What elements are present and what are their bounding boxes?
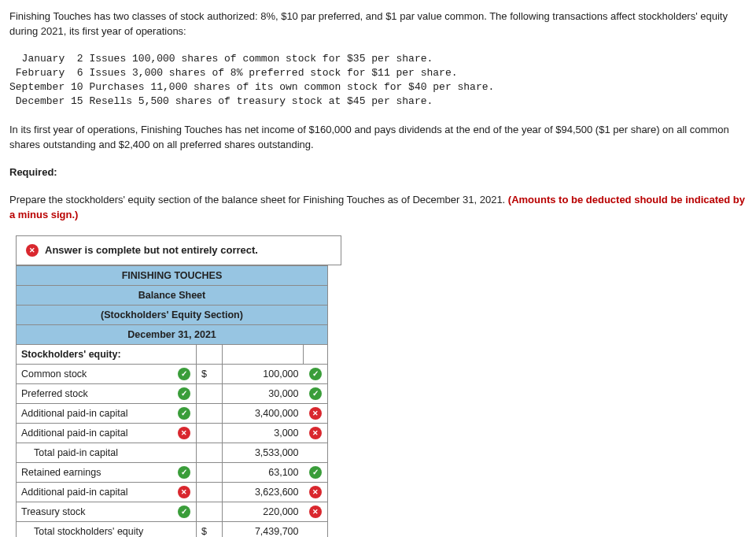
row-amount[interactable]: 220,000 [223,502,304,521]
x-icon [178,427,190,439]
intro-paragraph-2: In its first year of operations, Finishi… [9,123,747,153]
row-amount[interactable]: 3,400,000 [223,403,304,423]
check-icon [309,368,322,380]
row-amount[interactable]: 3,623,600 [223,482,304,502]
x-icon [178,486,190,498]
x-icon [309,407,322,420]
intro-paragraph-1: Finishing Touches has two classes of sto… [9,9,747,39]
row-currency-prefix: $ [197,364,223,383]
row-amount-status-icon [304,462,328,482]
balance-sheet-table: FINISHING TOUCHES Balance Sheet (Stockho… [16,265,328,537]
row-amount-status-icon [304,383,328,403]
row-amount[interactable]: 7,439,700 [223,521,304,537]
row-currency-prefix [197,423,223,443]
row-amount[interactable]: 3,533,000 [223,443,304,462]
row-label[interactable]: Retained earnings [17,462,173,482]
row-label-status-icon [172,403,197,423]
row-currency-prefix [197,383,223,403]
check-icon [178,368,190,380]
row-currency-prefix [197,403,223,423]
empty-cell [197,344,223,364]
check-icon [309,387,322,400]
x-icon [309,506,322,518]
section-label: Stockholders' equity: [17,344,197,364]
row-currency-prefix [197,502,223,521]
row-amount-status-icon [304,364,328,383]
row-label[interactable]: Additional paid-in capital [17,423,173,443]
row-label[interactable]: Additional paid-in capital [17,403,173,423]
sheet-header-company: FINISHING TOUCHES [17,265,328,285]
row-label[interactable]: Additional paid-in capital [17,482,173,502]
answer-banner-text: Answer is complete but not entirely corr… [45,244,258,256]
check-icon [309,466,322,479]
row-amount-status-icon [304,443,328,462]
row-amount-status-icon [304,403,328,423]
row-currency-prefix [197,482,223,502]
incorrect-icon [26,244,39,257]
x-icon [309,486,322,498]
row-label-status-icon [172,364,197,383]
check-icon [178,506,190,518]
row-currency-prefix: $ [197,521,223,537]
transactions-preformatted: January 2 Issues 100,000 shares of commo… [9,52,747,109]
answer-status-banner: Answer is complete but not entirely corr… [16,235,341,265]
row-currency-prefix [197,462,223,482]
row-amount[interactable]: 3,000 [223,423,304,443]
row-label-status-icon [172,383,197,403]
required-text-a: Prepare the stockholders' equity section… [9,194,508,206]
check-icon [178,387,190,400]
row-label[interactable]: Common stock [17,364,173,383]
check-icon [178,466,190,479]
row-label-status-icon [172,462,197,482]
empty-cell [223,344,304,364]
row-amount-status-icon [304,502,328,521]
required-paragraph: Prepare the stockholders' equity section… [9,193,747,223]
empty-cell [304,344,328,364]
row-label-status-icon [172,423,197,443]
row-label[interactable]: Treasury stock [17,502,173,521]
row-amount[interactable]: 100,000 [223,364,304,383]
row-currency-prefix [197,443,223,462]
row-label[interactable]: Preferred stock [17,383,173,403]
sheet-header-section: (Stockholders' Equity Section) [17,305,328,324]
row-label[interactable]: Total paid-in capital [17,443,173,462]
row-label-status-icon [172,482,197,502]
sheet-header-date: December 31, 2021 [17,324,328,344]
row-amount-status-icon [304,423,328,443]
sheet-header-title: Balance Sheet [17,285,328,305]
row-label-status-icon [172,443,197,462]
row-label-status-icon [172,502,197,521]
required-label: Required: [9,165,747,180]
x-icon [309,427,322,439]
check-icon [178,407,190,420]
row-amount[interactable]: 63,100 [223,462,304,482]
row-label-status-icon [172,521,197,537]
row-amount-status-icon [304,482,328,502]
row-amount-status-icon [304,521,328,537]
row-label[interactable]: Total stockholders' equity [17,521,173,537]
row-amount[interactable]: 30,000 [223,383,304,403]
